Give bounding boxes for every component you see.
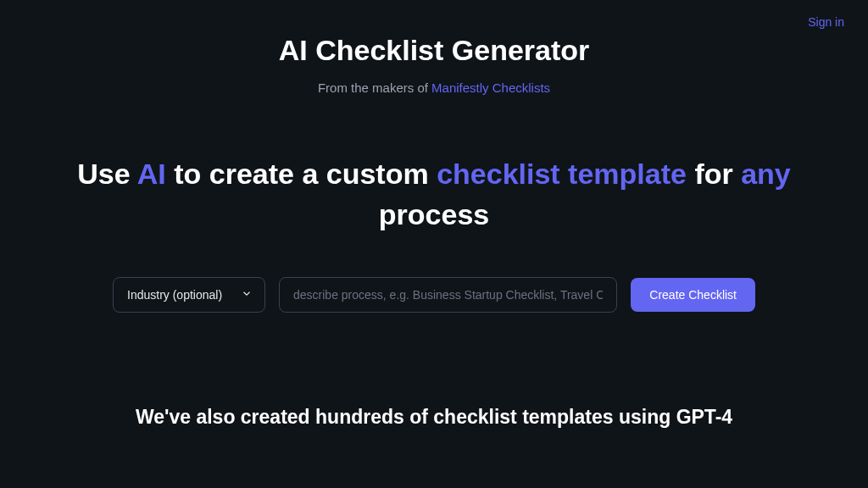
form-row: Industry (optional) Create Checklist	[96, 277, 772, 313]
hero-highlight-ai: AI	[137, 158, 166, 190]
templates-section-heading: We've also created hundreds of checklist…	[136, 406, 732, 429]
hero-highlight-any: any	[741, 158, 791, 190]
industry-dropdown[interactable]: Industry (optional)	[113, 277, 265, 313]
create-checklist-button[interactable]: Create Checklist	[631, 278, 755, 312]
hero-highlight-template: checklist template	[437, 158, 687, 190]
process-input[interactable]	[279, 277, 617, 313]
page-title: AI Checklist Generator	[279, 34, 590, 67]
subtitle: From the makers of Manifestly Checklists	[318, 80, 550, 95]
sign-in-link[interactable]: Sign in	[808, 15, 844, 29]
hero-text-1: Use	[77, 158, 137, 190]
main-container: AI Checklist Generator From the makers o…	[0, 0, 868, 488]
hero-heading: Use AI to create a custom checklist temp…	[53, 154, 815, 235]
hero-text-2: to create a custom	[166, 158, 437, 190]
hero-text-4: process	[379, 198, 489, 230]
subtitle-link[interactable]: Manifestly Checklists	[431, 80, 550, 95]
hero-text-3: for	[687, 158, 741, 190]
chevron-down-icon	[241, 288, 253, 302]
subtitle-prefix: From the makers of	[318, 80, 431, 95]
dropdown-label: Industry (optional)	[127, 288, 222, 302]
